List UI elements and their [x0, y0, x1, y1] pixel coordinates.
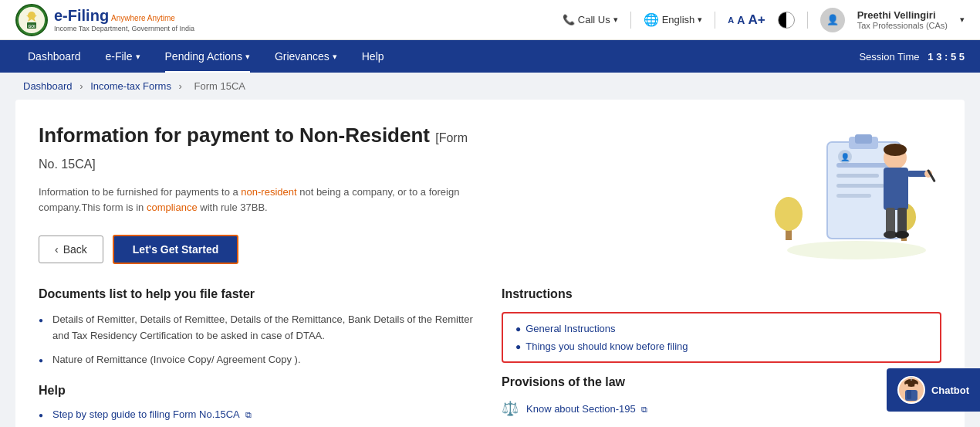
svg-rect-26 [886, 208, 895, 235]
left-column: Documents list to help you file faster D… [39, 287, 478, 427]
form-info: Information for payment to Non-Resident … [39, 123, 486, 264]
top-section: Information for payment to Non-Resident … [39, 123, 941, 264]
svg-point-29 [895, 231, 909, 239]
get-started-button[interactable]: Let's Get Started [113, 235, 238, 264]
instr-dot-2: ● [515, 341, 521, 352]
svg-rect-35 [907, 390, 911, 399]
font-medium-button[interactable]: A [737, 14, 745, 26]
highlight-nonresident: non-resident [241, 186, 296, 198]
nav-left: Dashboard e-File ▾ Pending Actions ▾ Gri… [15, 40, 397, 73]
svg-point-6 [787, 241, 926, 259]
nav-pending-actions[interactable]: Pending Actions ▾ [153, 40, 262, 73]
font-small-button[interactable]: A [728, 15, 734, 25]
nav-dashboard[interactable]: Dashboard [15, 40, 93, 73]
step-guide-link[interactable]: Step by step guide to filing Form No.15C… [52, 408, 252, 420]
instruction-link-1: ● General Instructions [515, 323, 928, 334]
external-link-icon-1: ⧉ [245, 410, 252, 419]
svg-point-33 [905, 384, 908, 387]
form-title: Information for payment to Non-Resident … [39, 123, 486, 175]
call-us-button[interactable]: 📞 Call Us ▾ [563, 14, 618, 25]
divider2 [715, 12, 715, 29]
things-to-know-link[interactable]: Things you should know before filing [525, 341, 688, 352]
svg-point-0 [18, 6, 46, 34]
illustration-svg: 👤 [772, 123, 941, 262]
doc-item-2: Nature of Remittance (Invoice Copy/ Agre… [39, 352, 478, 368]
help-section: Help Step by step guide to filing Form N… [39, 384, 478, 427]
efiling-logo-text: e-Filing [54, 7, 109, 25]
svg-point-21 [884, 144, 907, 156]
svg-rect-27 [897, 208, 907, 235]
phone-icon: 📞 [563, 14, 575, 25]
active-underline [165, 71, 250, 73]
breadcrumb-sep1: › [79, 80, 86, 92]
language-button[interactable]: 🌐 English ▾ [644, 12, 703, 27]
documents-list: Details of Remitter, Details of Remittee… [39, 312, 478, 368]
breadcrumb: Dashboard › Income-tax Forms › Form 15CA [0, 73, 980, 100]
font-size-area: A A A+ [728, 12, 765, 28]
instr-dot-1: ● [515, 324, 521, 334]
session-info: Session Time 1 3 : 5 5 [859, 51, 965, 63]
nav-efile[interactable]: e-File ▾ [93, 40, 153, 73]
user-chevron-icon[interactable]: ▾ [960, 15, 965, 25]
right-column: Instructions ● General Instructions ● Th… [502, 287, 941, 427]
svg-point-34 [914, 384, 917, 387]
provisions-title: Provisions of the law [502, 375, 941, 389]
svg-rect-15 [836, 174, 879, 178]
bottom-grid: Documents list to help you file faster D… [39, 287, 941, 427]
chatbot-label: Chatbot [931, 385, 969, 396]
svg-rect-22 [884, 168, 908, 210]
navbar: Dashboard e-File ▾ Pending Actions ▾ Gri… [0, 40, 980, 73]
efile-chevron-icon: ▾ [136, 52, 140, 62]
back-arrow-icon: ‹ [55, 243, 59, 256]
call-chevron-icon: ▾ [613, 15, 618, 25]
help-list: Step by step guide to filing Form No.15C… [39, 408, 478, 427]
svg-point-8 [775, 197, 803, 231]
help-title: Help [39, 384, 478, 398]
grievances-chevron-icon: ▾ [333, 52, 337, 62]
svg-text:👤: 👤 [840, 152, 850, 162]
user-name: Preethi Vellingiri [857, 9, 948, 21]
user-role: Tax Professionals (CAs) [857, 21, 948, 30]
scale-icon-1: ⚖️ [502, 400, 519, 417]
chatbot-button[interactable]: Chatbot [887, 368, 980, 412]
logo-subtitle: Income Tax Department, Government of Ind… [54, 25, 194, 32]
external-link-icon-2: ⧉ [641, 405, 647, 414]
font-large-button[interactable]: A+ [748, 12, 765, 28]
main-content: Information for payment to Non-Resident … [15, 100, 965, 427]
globe-icon: 🌐 [644, 12, 659, 27]
doc-item-1: Details of Remitter, Details of Remittee… [39, 312, 478, 344]
svg-rect-13 [855, 134, 872, 144]
nav-grievances[interactable]: Grievances ▾ [262, 40, 350, 73]
form-illustration: 👤 [772, 123, 941, 262]
pending-chevron-icon: ▾ [245, 52, 250, 62]
form-description: Information to be furnished for payments… [39, 185, 486, 217]
contrast-button[interactable] [778, 12, 795, 29]
nav-help[interactable]: Help [350, 40, 397, 73]
header-right: 📞 Call Us ▾ 🌐 English ▾ A A A+ 👤 Preethi… [563, 8, 965, 32]
provisions-list: ⚖️ Know about Section-195 ⧉ ⚖️ Know abou… [502, 400, 941, 427]
breadcrumb-dashboard[interactable]: Dashboard [23, 80, 73, 92]
back-button[interactable]: ‹ Back [39, 236, 103, 263]
logo-emblem: GOI [15, 4, 48, 36]
chatbot-avatar [897, 376, 925, 404]
logo-area: GOI e-Filing Anywhere Anytime Income Tax… [15, 4, 194, 36]
instructions-title: Instructions [502, 287, 941, 301]
instruction-link-2: ● Things you should know before filing [515, 341, 928, 352]
breadcrumb-income-tax-forms[interactable]: Income-tax Forms [90, 80, 171, 92]
section-195-link[interactable]: Know about Section-195 ⧉ [526, 403, 647, 415]
svg-text:GOI: GOI [28, 24, 35, 29]
header: GOI e-Filing Anywhere Anytime Income Tax… [0, 0, 980, 40]
anywhere-text: Anywhere Anytime [111, 14, 175, 22]
general-instructions-link[interactable]: General Instructions [525, 323, 615, 334]
action-buttons: ‹ Back Let's Get Started [39, 235, 486, 264]
logo-text: e-Filing Anywhere Anytime Income Tax Dep… [54, 7, 194, 32]
lang-chevron-icon: ▾ [698, 15, 702, 25]
divider3 [807, 12, 808, 29]
user-info: Preethi Vellingiri Tax Professionals (CA… [857, 9, 948, 30]
provision-item-1: ⚖️ Know about Section-195 ⧉ [502, 400, 941, 417]
instructions-box: ● General Instructions ● Things you shou… [502, 312, 941, 363]
highlight-compliance: compliance [147, 202, 198, 213]
breadcrumb-sep2: › [179, 80, 185, 92]
session-label: Session Time [859, 51, 919, 63]
svg-rect-17 [836, 194, 871, 198]
